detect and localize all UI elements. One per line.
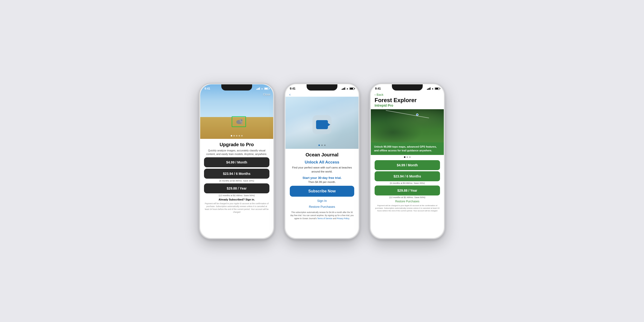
signal-bars: [342, 88, 345, 90]
phone3-screen: 9:41 ▲ ‹ Back: [371, 84, 444, 238]
phones-container: 9:41 ▲: [199, 83, 445, 239]
notch: [392, 84, 423, 90]
mute-button: [199, 107, 199, 114]
status-time: 9:41: [375, 87, 381, 90]
volume-down-button: [370, 132, 370, 144]
battery-icon: [350, 88, 354, 90]
upgrade-subtitle: Quickly analyze images, accurately class…: [204, 149, 270, 156]
phone3-header: Forest Explorer Intrepid Pro: [371, 97, 444, 109]
volume-up-button: [284, 118, 284, 130]
ocean-legal: This subscription automatically renews f…: [290, 211, 354, 220]
wifi-icon: ▲: [346, 87, 348, 90]
signal-bar-3: [344, 88, 344, 90]
signal-bar-1: [256, 89, 257, 90]
sign-in-link[interactable]: Sign In: [317, 199, 327, 202]
signal-bar-4: [259, 88, 260, 90]
battery-icon: [435, 88, 440, 90]
phone2-nav: ‹: [286, 92, 358, 97]
volume-down-button: [199, 132, 199, 144]
status-icons: ▲: [342, 87, 354, 90]
volume-up-button: [199, 118, 199, 130]
phone3-inner: 9:41 ▲ ‹ Back: [371, 84, 444, 238]
phone3-hero: [371, 109, 444, 142]
forest-plan3-button[interactable]: $29.88 / Year: [374, 186, 440, 196]
notch: [221, 84, 252, 90]
volume-down-button: [284, 132, 284, 144]
power-button: [360, 112, 360, 126]
back-chevron-icon[interactable]: ‹: [289, 92, 290, 97]
forest-plan2-button[interactable]: $23.94 / 6 Months: [374, 171, 440, 181]
back-label[interactable]: Back: [376, 93, 383, 96]
forest-aerial: [371, 109, 444, 142]
intrepid-label: Intrepid Pro: [374, 104, 440, 107]
signal-bar-4: [430, 88, 430, 90]
dot-1: [404, 156, 406, 158]
dot-2: [234, 135, 235, 136]
dot-3: [324, 144, 326, 146]
phone2-hero: [286, 97, 358, 149]
signal-bar-1: [427, 89, 428, 90]
signal-bar-3: [429, 88, 430, 90]
dot-5: [241, 135, 243, 136]
terms-link[interactable]: Terms of Service: [317, 217, 332, 220]
trial-subtext: Then $4.99 per month.: [308, 180, 336, 184]
status-time: 9:41: [204, 87, 210, 90]
dot-3: [409, 156, 410, 158]
forest-legal: Payment will be charged to your Apple ID…: [374, 204, 440, 212]
status-time: 9:41: [290, 87, 296, 90]
signal-bar-1: [342, 89, 342, 90]
plan1-button[interactable]: $4.99 / Month: [204, 157, 270, 167]
signal-bars: [427, 88, 430, 90]
plan3-subtitle: (12 months at $2.49/mo. Save 50%): [204, 194, 270, 197]
phone-ocean-journal: 9:41 ▲ ‹: [284, 83, 360, 239]
back-chevron-icon[interactable]: ‹: [374, 93, 376, 96]
dot-2: [321, 144, 323, 146]
plan2-button[interactable]: $23.94 / 6 Months: [204, 169, 270, 179]
phone1-hero: 9:41 ▲: [200, 84, 273, 139]
close-button[interactable]: Close: [263, 93, 270, 96]
unlock-header: Unlock All Access: [305, 160, 339, 165]
forest-plan2-subtitle: (6 months at $3.99/mo. Save 20%): [374, 182, 440, 184]
power-button: [274, 112, 274, 126]
status-icons: ▲: [256, 87, 269, 90]
dot-4: [238, 135, 240, 136]
restore-purchases-link[interactable]: Restore Purchases: [309, 205, 335, 208]
plan3-button[interactable]: $29.88 / Year: [204, 184, 270, 193]
signal-bar-2: [342, 88, 343, 90]
dot-3: [236, 135, 238, 136]
legal-period: .: [349, 217, 350, 220]
dot-1: [318, 144, 320, 146]
page-dots: [231, 135, 243, 136]
page-dots: [318, 144, 326, 146]
wifi-icon: ▲: [261, 87, 263, 90]
phone-forest-explorer: 9:41 ▲ ‹ Back: [370, 83, 445, 239]
battery-icon: [264, 88, 269, 90]
status-icons: ▲: [427, 87, 440, 90]
ocean-description: Find your perfect wave with surf cams at…: [290, 166, 354, 174]
wifi-icon: ▲: [432, 87, 434, 90]
video-camera-icon: [316, 120, 328, 129]
power-button: [445, 112, 445, 126]
forest-title: Forest Explorer: [374, 97, 440, 104]
phone1-screen: 9:41 ▲: [200, 84, 273, 238]
forest-plan3-subtitle: (12 months at $2.49/mo. Save 50%): [374, 196, 440, 198]
phone3-nav: ‹ Back: [371, 92, 444, 97]
phone1-body: Upgrade to Pro Quickly analyze images, a…: [200, 139, 273, 238]
already-subscribed[interactable]: Already Subscribed? Sign in.: [204, 198, 270, 201]
and-text: and: [333, 217, 336, 220]
battery-fill: [265, 88, 268, 89]
detection-box: [232, 116, 246, 127]
phone-upgrade-pro: 9:41 ▲: [199, 83, 274, 239]
privacy-link[interactable]: Privacy Policy: [337, 217, 349, 220]
forest-plan1-button[interactable]: $4.99 / Month: [374, 160, 440, 170]
signal-bar-4: [344, 88, 345, 90]
restore-purchases-link[interactable]: Restore Purchases: [374, 200, 440, 203]
subscribe-button[interactable]: Subscribe Now: [290, 186, 354, 197]
volume-up-button: [370, 118, 370, 130]
phone2-screen: 9:41 ▲ ‹: [286, 84, 358, 238]
green-feature-box: Unlock 90,000 topo maps, advanced GPS fe…: [371, 142, 444, 155]
ocean-title: Ocean Journal: [306, 152, 338, 158]
battery-fill: [350, 88, 353, 89]
phone3-body: $4.99 / Month $23.94 / 6 Months (6 month…: [371, 158, 444, 238]
dot-1: [231, 135, 232, 136]
